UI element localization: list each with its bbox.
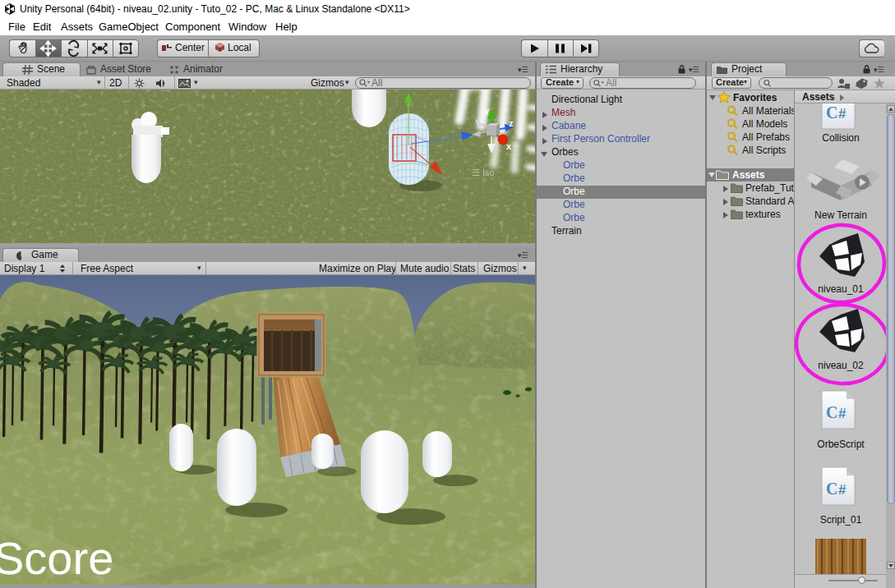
svg-text:Score: Score [0,532,113,584]
svg-text:New Terrain: New Terrain [814,209,867,221]
svg-text:niveau_02: niveau_02 [818,360,864,371]
svg-text:Collision: Collision [822,132,859,144]
svg-text:niveau_01: niveau_01 [818,283,864,295]
svg-text:OrbeScript: OrbeScript [817,439,865,450]
svg-text:x: x [506,141,512,151]
svg-text:Script_01: Script_01 [820,514,862,526]
svg-text:z: z [509,118,514,128]
svg-text:☰ Iso: ☰ Iso [472,168,495,177]
svg-text:y: y [484,106,490,116]
